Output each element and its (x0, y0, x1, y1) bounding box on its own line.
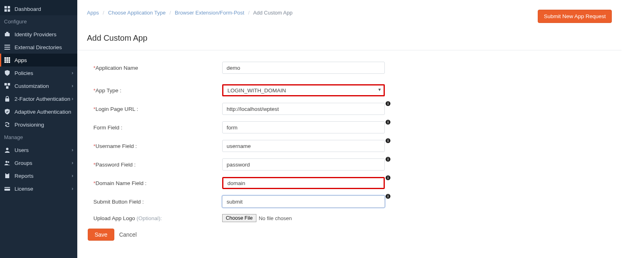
shield-check-icon (4, 108, 10, 115)
info-icon[interactable]: i (386, 194, 390, 199)
sidebar-item-label: Groups (14, 160, 32, 166)
shield-icon (4, 70, 10, 76)
breadcrumb-link-choose-type[interactable]: Choose Application Type (108, 10, 166, 16)
svg-rect-21 (5, 98, 9, 102)
app-type-select[interactable]: LOGIN_WITH_DOMAIN (222, 84, 385, 96)
breadcrumb-separator: / (246, 10, 252, 16)
sidebar-item-two-factor-auth[interactable]: 2-Factor Authentication › (0, 92, 77, 105)
svg-rect-4 (5, 33, 10, 36)
sidebar-item-users[interactable]: Users › (0, 144, 77, 156)
sidebar-item-label: Identity Providers (14, 31, 56, 37)
cancel-button[interactable]: Cancel (119, 231, 137, 238)
chevron-right-icon: › (72, 83, 73, 89)
info-icon[interactable]: i (386, 120, 390, 125)
sidebar-item-adaptive-auth[interactable]: Adaptive Authentication (0, 105, 77, 118)
username-field[interactable] (222, 140, 385, 152)
info-icon[interactable]: i (386, 138, 390, 143)
chevron-right-icon: › (72, 147, 73, 153)
sidebar-item-apps[interactable]: Apps (0, 54, 77, 67)
breadcrumb-separator: / (167, 10, 173, 16)
sidebar-item-license[interactable]: License › (0, 182, 77, 195)
dashboard-icon (4, 6, 10, 12)
breadcrumb-link-browser-ext[interactable]: Browser Extension/Form-Post (175, 10, 244, 16)
password-field-label: Password Field : (95, 162, 136, 168)
info-icon[interactable]: i (386, 175, 390, 180)
list-icon (4, 44, 10, 50)
info-icon[interactable]: i (386, 101, 390, 106)
sidebar-item-identity-providers[interactable]: Identity Providers (0, 28, 77, 41)
svg-rect-11 (8, 57, 10, 59)
sidebar-item-label: License (14, 186, 33, 192)
svg-rect-28 (4, 188, 10, 189)
chevron-right-icon: › (72, 70, 73, 76)
svg-rect-6 (4, 45, 10, 46)
sidebar-item-external-directories[interactable]: External Directories (0, 41, 77, 54)
password-field[interactable] (222, 158, 385, 171)
svg-rect-14 (8, 59, 10, 61)
svg-rect-26 (6, 173, 8, 174)
svg-rect-18 (4, 83, 7, 85)
domain-field-label: Domain Name Field : (95, 180, 147, 186)
submit-new-app-request-button[interactable]: Submit New App Request (538, 10, 612, 23)
domain-field[interactable] (222, 177, 385, 189)
svg-rect-10 (6, 57, 8, 59)
application-name-label: Application Name (95, 65, 138, 71)
svg-point-24 (8, 161, 9, 163)
sidebar-item-provisioning[interactable]: Provisioning (0, 118, 77, 131)
svg-rect-27 (4, 187, 10, 191)
svg-rect-17 (8, 61, 10, 63)
form-field-label: Form Field : (93, 125, 122, 131)
login-url-label: Login Page URL : (95, 106, 138, 112)
sidebar-item-label: Apps (14, 57, 27, 63)
sidebar-item-label: Users (14, 147, 29, 153)
svg-rect-5 (6, 32, 8, 33)
breadcrumb-separator: / (100, 10, 107, 16)
breadcrumb-link-apps[interactable]: Apps (87, 10, 99, 16)
chevron-right-icon: › (72, 173, 73, 179)
sidebar-item-customization[interactable]: Customization › (0, 79, 77, 92)
svg-rect-1 (8, 6, 10, 8)
divider (77, 50, 621, 50)
application-name-field[interactable] (222, 62, 385, 74)
sidebar-item-reports[interactable]: Reports › (0, 169, 77, 182)
svg-rect-19 (8, 83, 10, 85)
info-icon[interactable]: i (386, 157, 390, 162)
submit-field[interactable] (222, 196, 385, 208)
user-icon (4, 147, 10, 153)
chevron-right-icon: › (72, 96, 73, 102)
svg-rect-3 (8, 9, 10, 12)
sidebar-item-label: Adaptive Authentication (14, 109, 71, 115)
svg-rect-13 (6, 59, 8, 61)
grid-icon (4, 57, 10, 63)
login-url-field[interactable] (222, 103, 385, 115)
svg-rect-15 (4, 61, 6, 63)
sidebar-item-policies[interactable]: Policies › (0, 67, 77, 79)
card-icon (4, 185, 10, 192)
breadcrumb-current: Add Custom App (253, 10, 293, 16)
page-title: Add Custom App (77, 28, 621, 50)
main-content: Apps / Choose Application Type / Browser… (77, 0, 621, 258)
sidebar-item-label: Reports (14, 173, 33, 179)
clipboard-icon (4, 173, 10, 179)
form-field[interactable] (222, 121, 385, 133)
sidebar-item-label: Provisioning (14, 122, 44, 128)
sidebar-item-label: Customization (14, 83, 49, 89)
chevron-right-icon: › (72, 160, 73, 166)
upload-logo-label: Upload App Logo (93, 215, 136, 221)
sidebar-item-label: Dashboard (14, 6, 41, 12)
sidebar: Dashboard Configure Identity Providers E… (0, 0, 77, 258)
chevron-right-icon: › (72, 186, 73, 191)
no-file-chosen-label: No file chosen (256, 215, 292, 221)
choose-file-button[interactable]: Choose File (222, 214, 256, 222)
form: *Application Name *App Type : LOGIN_WITH… (77, 58, 488, 250)
lock-icon (4, 96, 10, 102)
sidebar-section-header: Configure (0, 15, 77, 28)
save-button[interactable]: Save (88, 229, 114, 241)
sidebar-item-dashboard[interactable]: Dashboard (0, 0, 77, 15)
sidebar-item-groups[interactable]: Groups › (0, 156, 77, 169)
optional-suffix: (Optional): (136, 215, 162, 221)
sidebar-item-label: 2-Factor Authentication (14, 96, 70, 102)
svg-point-23 (6, 161, 8, 163)
sidebar-item-label: External Directories (14, 44, 62, 50)
svg-rect-8 (4, 49, 10, 50)
